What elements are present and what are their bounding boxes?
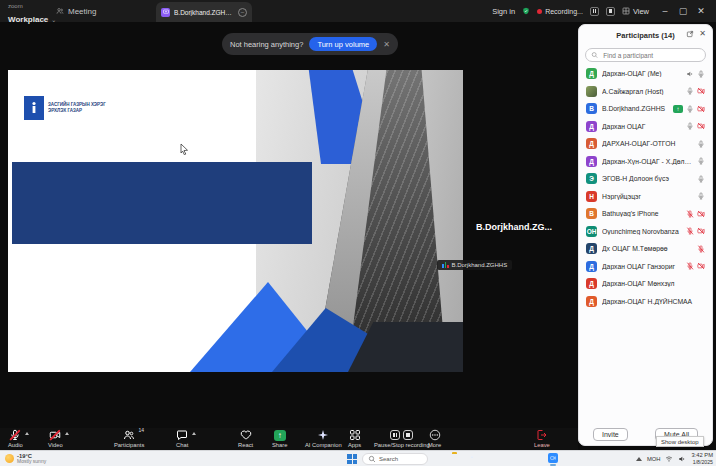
mic-icon <box>697 70 705 78</box>
turn-up-volume-button[interactable]: Turn up volume <box>309 37 377 51</box>
participant-search[interactable] <box>585 48 706 62</box>
presenter-video-tile-name[interactable]: B.Dorjkhand.ZG... <box>458 222 570 232</box>
close-panel-icon[interactable]: ✕ <box>699 30 706 38</box>
tab-meeting[interactable]: Meeting <box>56 0 96 22</box>
taskbar-clock[interactable]: 3:42 PM 1/8/2025 <box>691 452 713 466</box>
pause-recording-icon[interactable] <box>390 430 400 440</box>
participant-row[interactable]: B B.Dorjkhand.ZGHHS ↑ <box>579 100 712 118</box>
popout-panel-icon[interactable] <box>686 30 694 38</box>
start-button[interactable] <box>347 454 357 464</box>
audio-options-chevron-icon[interactable] <box>25 432 29 435</box>
participant-row[interactable]: Д Дархан-ОЦАГ Мөнхзул <box>579 275 712 293</box>
participant-row[interactable]: Д Дархан-ОЦАГ Н.ДҮЙНСМАА <box>579 293 712 311</box>
taskbar-app-excel[interactable] <box>500 453 510 463</box>
search-icon <box>591 51 598 59</box>
brand-zoom-label: zoom <box>8 3 56 9</box>
shared-slide: ЗАСГИЙН ГАЗРЫН ХЭРЭГ ЭРХЛЭХ ГАЗАР ЭРСДЭЛ… <box>8 70 463 372</box>
mic-muted-icon <box>686 227 694 235</box>
more-button[interactable]: More <box>428 429 441 448</box>
taskbar-search[interactable]: Search <box>362 453 428 465</box>
audio-button[interactable]: Audio <box>8 429 23 448</box>
sign-in-link[interactable]: Sign in <box>492 7 515 16</box>
participant-row[interactable]: Д Дархан ОЦАГ <box>579 118 712 136</box>
meeting-toolbar: Audio Video 14 Participants Chat React ↑… <box>0 428 578 450</box>
ai-companion-button[interactable]: AI Companion <box>305 429 342 448</box>
mic-muted-icon <box>686 210 694 218</box>
camera-off-icon <box>697 122 705 130</box>
taskbar-app-outlook[interactable] <box>484 453 494 463</box>
org-emblem-icon <box>24 96 44 120</box>
view-button[interactable]: View <box>622 7 649 16</box>
shield-check-icon[interactable] <box>522 7 530 15</box>
screen-share-tab-icon <box>161 8 170 17</box>
meeting-icon <box>56 7 64 15</box>
apps-button[interactable]: Apps <box>348 429 361 448</box>
participant-name: Дх ОЦАГ М.Төмөрөө <box>602 245 692 252</box>
notification-text: Not hearing anything? <box>230 40 303 49</box>
avatar: Д <box>586 121 597 132</box>
org-name-line2: ЭРХЛЭХ ГАЗАР <box>48 108 82 113</box>
share-screen-icon: ↑ <box>274 430 286 441</box>
minimize-icon[interactable]: – <box>656 6 674 16</box>
mic-icon <box>686 105 694 113</box>
participants-button[interactable]: 14 Participants <box>114 429 144 448</box>
app-menu-button[interactable]: zoom Workplace⌄ <box>8 3 56 25</box>
participant-row[interactable]: Д Дархан ОЦАГ Ганзориг <box>579 258 712 276</box>
participant-name: ЭГОВ-Н Долоон бүсэ <box>602 175 692 182</box>
tab-shared-screen[interactable]: B.Dorjkhand.ZGHHS-G's screen – <box>156 2 252 22</box>
tray-overflow-chevron-icon[interactable] <box>636 457 642 461</box>
invite-button[interactable]: Invite <box>593 428 628 441</box>
participant-row[interactable]: Д Дархан-ОЦАГ (Me) <box>579 65 712 83</box>
taskbar-app-edge[interactable] <box>436 453 446 463</box>
chat-button[interactable]: Chat <box>176 429 188 448</box>
volume-icon[interactable] <box>678 455 686 463</box>
participant-row[interactable]: ОН Oyunchimeg Norovbanza <box>579 223 712 241</box>
wifi-icon[interactable] <box>665 455 673 463</box>
leave-button[interactable]: Leave <box>534 429 550 448</box>
audio-notification: Not hearing anything? Turn up volume ✕ <box>222 33 398 55</box>
participant-name: ДАРХАН-ОЦАГ-ОТГОН <box>602 140 692 147</box>
notification-close-icon[interactable]: ✕ <box>383 40 390 49</box>
react-button[interactable]: React <box>238 429 253 448</box>
taskbar-app-teams[interactable] <box>532 453 542 463</box>
camera-off-icon <box>697 210 705 218</box>
participant-name: B.Dorjkhand.ZGHHS <box>602 105 668 112</box>
participant-row[interactable]: А.Сайжаргал (Host) <box>579 83 712 101</box>
maximize-icon[interactable]: ▢ <box>674 6 692 16</box>
pause-recording-button[interactable] <box>590 7 599 16</box>
pause-stop-recording-button[interactable]: Pause/Stop recording <box>374 429 430 448</box>
mic-muted-icon <box>686 262 694 270</box>
participant-search-input[interactable] <box>601 51 700 60</box>
participant-row[interactable]: Д ДАРХАН-ОЦАГ-ОТГОН <box>579 135 712 153</box>
stop-recording-button[interactable] <box>606 7 615 16</box>
keyboard-language[interactable]: МОН <box>647 456 661 462</box>
avatar: Д <box>586 278 597 289</box>
video-options-chevron-icon[interactable] <box>65 432 69 435</box>
participant-row[interactable]: Э ЭГОВ-Н Долоон бүсэ <box>579 170 712 188</box>
taskbar-app-powerpoint[interactable] <box>516 453 526 463</box>
camera-off-icon <box>697 105 705 113</box>
participant-row[interactable]: Д Дархан-Хүн-ОЦАГ - Х.Дөлгөөн <box>579 153 712 171</box>
stop-recording-icon[interactable] <box>403 430 413 440</box>
participant-name: Дархан ОЦАГ Ганзориг <box>602 263 681 270</box>
taskbar-app-zoom[interactable] <box>548 453 558 463</box>
avatar: Н <box>586 191 597 202</box>
slide-title: ЭРСДЭЛИЙН УДИРДЛАГЫН ҮЙЛ ЯВЦ, ХЭРЭГЖҮҮЛЭ… <box>12 162 312 244</box>
mic-muted-icon <box>697 245 705 253</box>
close-icon[interactable]: ✕ <box>692 6 710 16</box>
chat-options-chevron-icon[interactable] <box>192 432 196 435</box>
org-logo: ЗАСГИЙН ГАЗРЫН ХЭРЭГ ЭРХЛЭХ ГАЗАР <box>24 96 106 120</box>
tab-options-icon[interactable]: – <box>238 8 247 17</box>
participant-row[interactable]: B Bathuyag's iPhone <box>579 205 712 223</box>
participant-row[interactable]: Д Дх ОЦАГ М.Төмөрөө <box>579 240 712 258</box>
participant-row[interactable]: Н Нэргүйцэцэг <box>579 188 712 206</box>
weather-widget[interactable]: -19°C Mostly sunny <box>5 453 46 465</box>
taskbar-app-file-explorer[interactable] <box>452 453 462 463</box>
participant-name: А.Сайжаргал (Host) <box>602 88 681 95</box>
video-button[interactable]: Video <box>48 429 63 448</box>
avatar: Э <box>586 173 597 184</box>
taskbar-app-chrome[interactable] <box>468 453 478 463</box>
share-button[interactable]: ↑ Share <box>272 429 287 448</box>
windows-taskbar: -19°C Mostly sunny Search МОН 3:42 PM <box>0 450 716 466</box>
audio-level-icon <box>442 262 449 268</box>
